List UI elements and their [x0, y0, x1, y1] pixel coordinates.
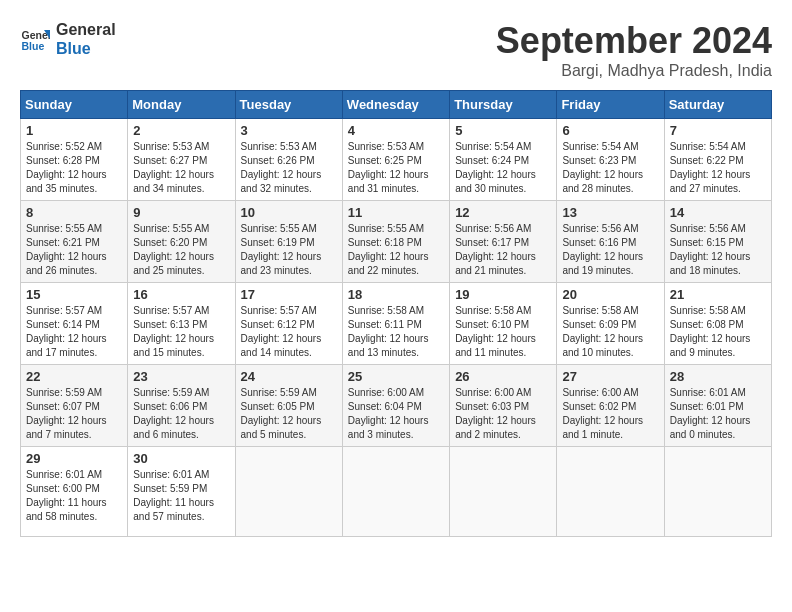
logo: General Blue General Blue [20, 20, 116, 58]
calendar-cell: 1Sunrise: 5:52 AMSunset: 6:28 PMDaylight… [21, 119, 128, 201]
day-header-saturday: Saturday [664, 91, 771, 119]
calendar-cell: 3Sunrise: 5:53 AMSunset: 6:26 PMDaylight… [235, 119, 342, 201]
title-section: September 2024 Bargi, Madhya Pradesh, In… [496, 20, 772, 80]
calendar-cell: 29Sunrise: 6:01 AMSunset: 6:00 PMDayligh… [21, 447, 128, 537]
calendar-cell: 21Sunrise: 5:58 AMSunset: 6:08 PMDayligh… [664, 283, 771, 365]
calendar-cell: 24Sunrise: 5:59 AMSunset: 6:05 PMDayligh… [235, 365, 342, 447]
days-header-row: SundayMondayTuesdayWednesdayThursdayFrid… [21, 91, 772, 119]
calendar-cell: 10Sunrise: 5:55 AMSunset: 6:19 PMDayligh… [235, 201, 342, 283]
day-header-monday: Monday [128, 91, 235, 119]
page-header: General Blue General Blue September 2024… [20, 20, 772, 80]
calendar-cell: 5Sunrise: 5:54 AMSunset: 6:24 PMDaylight… [450, 119, 557, 201]
calendar-week-5: 29Sunrise: 6:01 AMSunset: 6:00 PMDayligh… [21, 447, 772, 537]
calendar-cell: 6Sunrise: 5:54 AMSunset: 6:23 PMDaylight… [557, 119, 664, 201]
day-header-thursday: Thursday [450, 91, 557, 119]
calendar-cell: 2Sunrise: 5:53 AMSunset: 6:27 PMDaylight… [128, 119, 235, 201]
calendar-cell: 15Sunrise: 5:57 AMSunset: 6:14 PMDayligh… [21, 283, 128, 365]
calendar-cell: 4Sunrise: 5:53 AMSunset: 6:25 PMDaylight… [342, 119, 449, 201]
calendar-cell: 27Sunrise: 6:00 AMSunset: 6:02 PMDayligh… [557, 365, 664, 447]
calendar-cell: 16Sunrise: 5:57 AMSunset: 6:13 PMDayligh… [128, 283, 235, 365]
calendar-table: SundayMondayTuesdayWednesdayThursdayFrid… [20, 90, 772, 537]
day-header-friday: Friday [557, 91, 664, 119]
day-header-tuesday: Tuesday [235, 91, 342, 119]
logo-icon: General Blue [20, 24, 50, 54]
calendar-cell: 7Sunrise: 5:54 AMSunset: 6:22 PMDaylight… [664, 119, 771, 201]
calendar-cell [450, 447, 557, 537]
calendar-cell: 26Sunrise: 6:00 AMSunset: 6:03 PMDayligh… [450, 365, 557, 447]
calendar-cell: 28Sunrise: 6:01 AMSunset: 6:01 PMDayligh… [664, 365, 771, 447]
logo-blue: Blue [56, 39, 116, 58]
calendar-cell: 8Sunrise: 5:55 AMSunset: 6:21 PMDaylight… [21, 201, 128, 283]
logo-general: General [56, 20, 116, 39]
calendar-cell: 25Sunrise: 6:00 AMSunset: 6:04 PMDayligh… [342, 365, 449, 447]
day-header-sunday: Sunday [21, 91, 128, 119]
calendar-cell [557, 447, 664, 537]
location: Bargi, Madhya Pradesh, India [496, 62, 772, 80]
calendar-cell: 20Sunrise: 5:58 AMSunset: 6:09 PMDayligh… [557, 283, 664, 365]
calendar-cell: 18Sunrise: 5:58 AMSunset: 6:11 PMDayligh… [342, 283, 449, 365]
calendar-cell: 23Sunrise: 5:59 AMSunset: 6:06 PMDayligh… [128, 365, 235, 447]
month-title: September 2024 [496, 20, 772, 62]
calendar-cell: 22Sunrise: 5:59 AMSunset: 6:07 PMDayligh… [21, 365, 128, 447]
calendar-cell: 9Sunrise: 5:55 AMSunset: 6:20 PMDaylight… [128, 201, 235, 283]
calendar-week-1: 1Sunrise: 5:52 AMSunset: 6:28 PMDaylight… [21, 119, 772, 201]
day-header-wednesday: Wednesday [342, 91, 449, 119]
calendar-cell: 12Sunrise: 5:56 AMSunset: 6:17 PMDayligh… [450, 201, 557, 283]
calendar-cell: 30Sunrise: 6:01 AMSunset: 5:59 PMDayligh… [128, 447, 235, 537]
calendar-cell [664, 447, 771, 537]
calendar-cell: 13Sunrise: 5:56 AMSunset: 6:16 PMDayligh… [557, 201, 664, 283]
calendar-cell: 11Sunrise: 5:55 AMSunset: 6:18 PMDayligh… [342, 201, 449, 283]
calendar-cell [235, 447, 342, 537]
calendar-cell: 14Sunrise: 5:56 AMSunset: 6:15 PMDayligh… [664, 201, 771, 283]
calendar-cell: 19Sunrise: 5:58 AMSunset: 6:10 PMDayligh… [450, 283, 557, 365]
calendar-week-2: 8Sunrise: 5:55 AMSunset: 6:21 PMDaylight… [21, 201, 772, 283]
calendar-cell: 17Sunrise: 5:57 AMSunset: 6:12 PMDayligh… [235, 283, 342, 365]
calendar-cell [342, 447, 449, 537]
calendar-week-4: 22Sunrise: 5:59 AMSunset: 6:07 PMDayligh… [21, 365, 772, 447]
calendar-week-3: 15Sunrise: 5:57 AMSunset: 6:14 PMDayligh… [21, 283, 772, 365]
svg-text:Blue: Blue [22, 40, 45, 52]
